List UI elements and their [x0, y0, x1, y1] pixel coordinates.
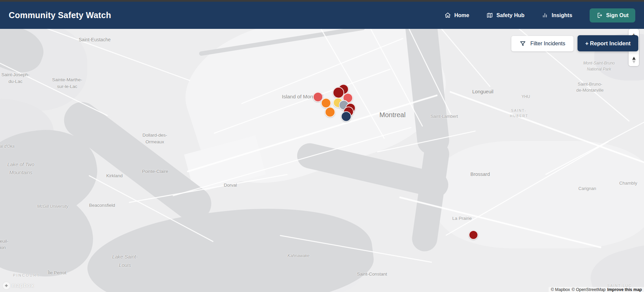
map-canvas[interactable]: Saint-EustacheSaint-Joseph-du-LacSainte-… — [0, 0, 644, 292]
incident-marker[interactable] — [333, 87, 344, 98]
water-shape-lake-saint-louis — [82, 194, 377, 292]
nav-home-label: Home — [454, 12, 469, 18]
map-label: Ormeaux — [145, 139, 164, 144]
nav-item-safety-hub[interactable]: Safety Hub — [487, 12, 524, 18]
compass-button[interactable] — [629, 54, 639, 66]
map-icon — [487, 12, 493, 18]
mapbox-logo[interactable]: mapbox — [3, 282, 34, 289]
map-label: YHU — [521, 94, 530, 99]
map-label: Beaconsfield — [89, 203, 115, 208]
bar-chart-icon — [542, 12, 548, 18]
nav-insights-label: Insights — [552, 12, 572, 18]
funnel-icon — [519, 40, 526, 47]
map-label: Saint-Bruno- — [578, 82, 602, 87]
attribution-mapbox-link[interactable]: © Mapbox — [551, 287, 570, 292]
attribution-osm-link[interactable]: © OpenStreetMap — [572, 287, 606, 292]
compass-south-icon — [632, 60, 636, 63]
main-nav: Home Safety Hub Insights Sign Out — [445, 8, 635, 22]
page-title: Community Safety Watch — [9, 10, 111, 20]
nav-safety-hub-label: Safety Hub — [496, 12, 524, 18]
report-incident-button[interactable]: + Report Incident — [578, 35, 638, 51]
nav-item-insights[interactable]: Insights — [542, 12, 572, 18]
map-label: Dollard-des- — [142, 133, 167, 138]
map-attribution: © Mapbox © OpenStreetMap Improve this ma… — [549, 287, 644, 292]
nav-item-home[interactable]: Home — [445, 12, 469, 18]
home-icon — [445, 12, 451, 18]
app-header: Community Safety Watch Home Safety Hub I… — [0, 2, 644, 29]
incident-marker[interactable] — [321, 98, 331, 108]
map-label: Kirkland — [106, 173, 123, 178]
incident-marker[interactable] — [469, 230, 478, 240]
log-out-icon — [596, 12, 603, 18]
sign-out-button[interactable]: Sign Out — [590, 8, 635, 22]
filter-incidents-button[interactable]: Filter Incidents — [511, 36, 573, 51]
sign-out-label: Sign Out — [606, 12, 629, 18]
map-label: SAINT- — [511, 108, 526, 112]
filter-incidents-label: Filter Incidents — [530, 41, 565, 47]
compass-north-icon — [632, 57, 636, 60]
improve-map-link[interactable]: Improve this map — [607, 287, 642, 292]
mapbox-logo-word: mapbox — [11, 282, 34, 289]
app-root: Saint-EustacheSaint-Joseph-du-LacSainte-… — [0, 0, 644, 292]
map-label: Longueuil — [472, 89, 494, 94]
mapbox-logo-icon — [3, 282, 10, 289]
incident-marker[interactable] — [325, 107, 335, 117]
window-chrome-strip — [0, 0, 644, 2]
incident-marker[interactable] — [341, 111, 352, 122]
